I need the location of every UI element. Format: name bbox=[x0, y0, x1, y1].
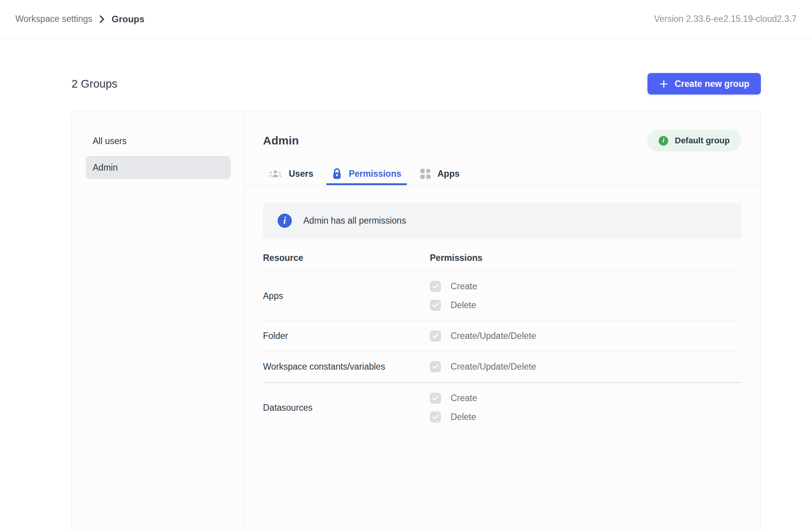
create-new-group-label: Create new group bbox=[675, 79, 749, 89]
permission-option-create-update-delete: Create/Update/Delete bbox=[430, 361, 536, 372]
permission-checkbox[interactable] bbox=[430, 281, 441, 292]
permission-checkbox[interactable] bbox=[430, 412, 441, 423]
tab-label: Users bbox=[289, 169, 313, 179]
permissions-cell: Create/Update/Delete bbox=[430, 330, 536, 342]
breadcrumb-workspace-settings[interactable]: Workspace settings bbox=[15, 14, 92, 24]
info-banner: i Admin has all permissions bbox=[263, 203, 741, 238]
sidebar-item-all-users[interactable]: All users bbox=[86, 129, 231, 153]
top-header: Workspace settings Groups Version 2.33.6… bbox=[0, 0, 812, 38]
apps-grid-icon bbox=[420, 168, 431, 179]
users-icon bbox=[268, 169, 282, 179]
permission-label: Create/Update/Delete bbox=[451, 362, 536, 372]
permission-option-create: Create bbox=[430, 393, 477, 404]
permission-checkbox[interactable] bbox=[430, 300, 441, 311]
permission-label: Delete bbox=[451, 412, 476, 422]
groups-count: 2 Groups bbox=[72, 78, 117, 90]
sidebar-item-label: All users bbox=[93, 136, 126, 146]
chevron-right-icon bbox=[99, 15, 105, 23]
resource-name: Workspace constants/variables bbox=[263, 362, 430, 372]
default-group-badge: i Default group bbox=[647, 130, 741, 151]
permission-option-create-update-delete: Create/Update/Delete bbox=[430, 330, 536, 342]
create-new-group-button[interactable]: Create new group bbox=[647, 73, 761, 95]
permission-checkbox[interactable] bbox=[430, 361, 441, 372]
permissions-cell: CreateDelete bbox=[430, 393, 477, 423]
breadcrumb-current-groups: Groups bbox=[111, 14, 144, 25]
permission-option-create: Create bbox=[430, 281, 477, 292]
info-circle-green-icon: i bbox=[659, 136, 668, 146]
permissions-table-header: Resource Permissions bbox=[263, 253, 741, 271]
tab-label: Apps bbox=[438, 169, 460, 179]
permissions-cell: CreateDelete bbox=[430, 281, 477, 311]
permission-label: Create bbox=[451, 393, 477, 403]
lock-icon bbox=[332, 168, 342, 179]
groups-card: All usersAdmin Admin i Default group Use… bbox=[72, 111, 761, 531]
info-circle-blue-icon: i bbox=[278, 214, 292, 228]
column-header-resource: Resource bbox=[263, 253, 430, 263]
permission-row-apps: AppsCreateDelete bbox=[263, 271, 741, 321]
sidebar-item-admin[interactable]: Admin bbox=[86, 156, 231, 179]
plus-icon bbox=[659, 79, 669, 89]
group-list-sidebar: All usersAdmin bbox=[72, 111, 245, 531]
permission-option-delete: Delete bbox=[430, 412, 477, 423]
tab-apps[interactable]: Apps bbox=[414, 163, 465, 185]
permissions-cell: Create/Update/Delete bbox=[430, 361, 536, 372]
resource-name: Folder bbox=[263, 331, 430, 341]
resource-name: Datasources bbox=[263, 403, 430, 413]
permission-label: Create/Update/Delete bbox=[451, 331, 536, 341]
permission-label: Delete bbox=[451, 300, 476, 310]
group-title: Admin bbox=[263, 134, 299, 147]
permission-checkbox[interactable] bbox=[430, 393, 441, 404]
permission-option-delete: Delete bbox=[430, 300, 477, 311]
permission-label: Create bbox=[451, 281, 477, 292]
breadcrumb: Workspace settings Groups bbox=[15, 14, 145, 25]
info-banner-text: Admin has all permissions bbox=[303, 216, 406, 226]
tab-permissions[interactable]: Permissions bbox=[326, 163, 407, 185]
permission-checkbox[interactable] bbox=[430, 330, 441, 342]
version-label: Version 2.33.6-ee2.15.19-cloud2.3.7 bbox=[654, 14, 797, 24]
sidebar-item-label: Admin bbox=[93, 163, 118, 173]
resource-name: Apps bbox=[263, 291, 430, 301]
group-detail-panel: Admin i Default group UsersPermissionsAp… bbox=[245, 111, 760, 531]
tab-users[interactable]: Users bbox=[263, 163, 319, 185]
permission-row-datasources: DatasourcesCreateDelete bbox=[263, 383, 741, 432]
column-header-permissions: Permissions bbox=[430, 253, 483, 263]
permission-row-folder: FolderCreate/Update/Delete bbox=[263, 321, 741, 352]
permissions-table: Resource Permissions AppsCreateDeleteFol… bbox=[263, 253, 741, 432]
group-tabs: UsersPermissionsApps bbox=[245, 163, 760, 185]
groups-toolbar: 2 Groups Create new group bbox=[72, 73, 761, 95]
default-group-badge-label: Default group bbox=[675, 136, 730, 146]
permission-row-workspace-constants-variables: Workspace constants/variablesCreate/Upda… bbox=[263, 352, 741, 383]
tab-label: Permissions bbox=[349, 169, 401, 179]
